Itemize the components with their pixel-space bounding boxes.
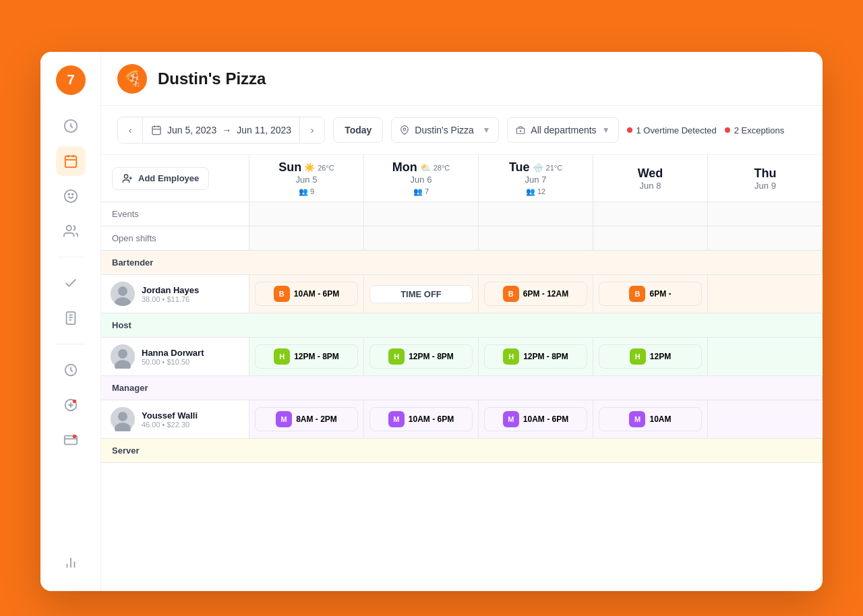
bartender-badge-wed: B xyxy=(629,286,645,302)
youssef-wed-time: 10AM xyxy=(649,414,671,424)
mon-temp: 28°C xyxy=(434,164,450,172)
sidebar-tasks-icon[interactable] xyxy=(56,268,86,298)
tue-staff: 👥 12 xyxy=(526,187,545,196)
sidebar-emoji-icon[interactable] xyxy=(56,181,86,211)
hanna-avatar xyxy=(111,344,135,369)
hanna-wed-tag[interactable]: H 12PM xyxy=(599,344,702,369)
youssef-tue-shift[interactable]: M 10AM - 6PM xyxy=(479,400,593,439)
youssef-wed-tag[interactable]: M 10AM xyxy=(599,407,702,431)
events-tue xyxy=(479,202,593,226)
server-role-label: Server xyxy=(101,439,823,463)
jordan-tue-shift[interactable]: B 6PM - 12AM xyxy=(479,275,593,313)
hanna-wed-time: 12PM xyxy=(650,352,671,361)
svg-point-9 xyxy=(71,193,73,195)
jordan-wed-shift[interactable]: B 6PM - xyxy=(593,275,708,313)
hanna-sun-tag[interactable]: H 12PM - 8PM xyxy=(255,344,358,369)
svg-point-8 xyxy=(68,193,69,195)
sidebar-schedule-icon[interactable] xyxy=(56,146,86,176)
prev-week-button[interactable]: ‹ xyxy=(118,117,142,143)
hanna-wed-shift[interactable]: H 12PM xyxy=(593,338,708,376)
date-start: Jun 5, 2023 xyxy=(167,125,216,135)
hanna-mon-shift[interactable]: H 12PM - 8PM xyxy=(364,338,479,376)
sidebar-team-icon[interactable] xyxy=(56,216,86,246)
today-button[interactable]: Today xyxy=(333,117,383,143)
open-shifts-tue xyxy=(479,226,593,251)
mon-weather-icon: ⛅ xyxy=(420,162,431,173)
header: 🍕 Dustin's Pizza xyxy=(101,52,823,106)
time-off-tag[interactable]: TIME OFF xyxy=(369,285,473,303)
hanna-tue-tag[interactable]: H 12PM - 8PM xyxy=(484,344,587,369)
sidebar-timer-icon[interactable] xyxy=(56,355,86,385)
exceptions-badge: 2 Exceptions xyxy=(725,125,784,135)
hanna-sun-shift[interactable]: H 12PM - 8PM xyxy=(249,338,364,376)
day-wed: Wed xyxy=(638,166,663,181)
sidebar-analytics-icon[interactable] xyxy=(56,548,86,578)
host-badge-mon: H xyxy=(388,348,405,365)
sun-staff: 👥 9 xyxy=(299,187,314,196)
col-header-actions: Add Employee xyxy=(101,155,249,202)
jordan-mon-shift[interactable]: TIME OFF xyxy=(364,275,479,313)
next-week-button[interactable]: › xyxy=(300,117,324,143)
jordan-sun-time: 10AM - 6PM xyxy=(294,289,339,299)
add-employee-button[interactable]: Add Employee xyxy=(112,167,209,190)
open-shifts-label: Open shifts xyxy=(101,226,249,251)
manager-badge-tue: M xyxy=(503,411,519,427)
youssef-sun-time: 8AM - 2PM xyxy=(296,414,337,424)
youssef-sun-tag[interactable]: M 8AM - 2PM xyxy=(255,407,358,431)
bartender-role-label: Bartender xyxy=(101,251,823,275)
day-tue: Tue xyxy=(509,160,530,175)
schedule-area: Add Employee Sun ☀️ 26°C Jun 5 👥 9 xyxy=(101,155,823,591)
open-shifts-mon xyxy=(364,226,479,251)
business-logo: 🍕 xyxy=(117,64,147,94)
sun-weather-icon: ☀️ xyxy=(304,162,315,173)
employee-jordan-cell: Jordan Hayes 38.00 • $11.76 xyxy=(101,275,249,313)
hanna-tue-time: 12PM - 8PM xyxy=(523,352,568,361)
location-selector[interactable]: Dustin's Pizza ▼ xyxy=(391,117,499,143)
day-sun: Sun xyxy=(278,160,301,175)
sidebar-payroll-icon[interactable] xyxy=(56,390,86,420)
sidebar-reports-icon[interactable] xyxy=(56,303,86,333)
open-shifts-sun xyxy=(249,226,364,251)
location-dropdown-icon: ▼ xyxy=(482,125,490,135)
app-logo: 7 xyxy=(56,65,86,95)
sidebar-billing-icon[interactable] xyxy=(56,425,86,455)
day-thu: Thu xyxy=(754,166,777,181)
open-shifts-wed xyxy=(593,226,708,251)
mon-date: Jun 6 xyxy=(411,175,432,185)
svg-point-17 xyxy=(72,400,76,404)
overtime-dot xyxy=(627,127,632,133)
youssef-wed-shift[interactable]: M 10AM xyxy=(593,400,708,439)
tue-date: Jun 7 xyxy=(525,175,547,185)
department-dropdown-icon: ▼ xyxy=(602,125,610,135)
overtime-badge: 1 Overtime Detected xyxy=(627,125,717,135)
department-selector[interactable]: All departments ▼ xyxy=(507,117,618,143)
thu-date: Jun 9 xyxy=(754,181,776,191)
youssef-mon-tag[interactable]: M 10AM - 6PM xyxy=(369,407,473,431)
shift-tag[interactable]: B 10AM - 6PM xyxy=(255,282,358,306)
hanna-mon-time: 12PM - 8PM xyxy=(409,352,454,361)
jordan-sun-shift[interactable]: B 10AM - 6PM xyxy=(249,275,364,313)
jordan-meta: 38.00 • $11.76 xyxy=(142,295,199,303)
events-wed xyxy=(593,202,708,226)
svg-point-10 xyxy=(66,226,71,230)
schedule-grid: Add Employee Sun ☀️ 26°C Jun 5 👥 9 xyxy=(101,155,823,463)
hanna-thu-shift xyxy=(708,338,823,376)
sun-temp: 26°C xyxy=(318,164,334,172)
svg-point-32 xyxy=(124,175,127,178)
svg-rect-3 xyxy=(65,156,76,168)
svg-point-36 xyxy=(118,286,127,296)
shift-tag-tue[interactable]: B 6PM - 12AM xyxy=(484,282,587,306)
youssef-tue-tag[interactable]: M 10AM - 6PM xyxy=(484,407,587,431)
youssef-sun-shift[interactable]: M 8AM - 2PM xyxy=(249,400,364,439)
app-container: 7 xyxy=(40,52,823,591)
col-header-thu: Thu Jun 9 xyxy=(708,155,823,202)
shift-tag-wed[interactable]: B 6PM - xyxy=(599,282,702,306)
tue-weather-icon: 🌧️ xyxy=(533,162,543,173)
employee-youssef-cell: Youssef Walli 46.00 • $22.30 xyxy=(101,400,249,439)
hanna-tue-shift[interactable]: H 12PM - 8PM xyxy=(479,338,593,376)
youssef-mon-shift[interactable]: M 10AM - 6PM xyxy=(364,400,479,439)
sidebar-dashboard-icon[interactable] xyxy=(56,111,86,141)
date-range-display: Jun 5, 2023 → Jun 11, 2023 xyxy=(142,117,300,143)
sidebar-divider-1 xyxy=(57,257,84,257)
hanna-mon-tag[interactable]: H 12PM - 8PM xyxy=(369,344,473,369)
